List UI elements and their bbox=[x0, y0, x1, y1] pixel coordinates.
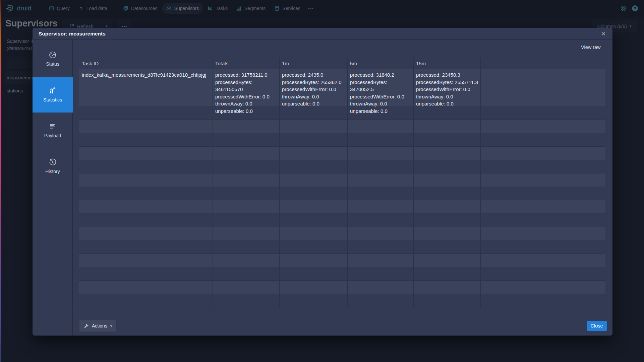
column-header-task-id: Task ID bbox=[79, 61, 99, 66]
tab-statistics[interactable]: Statistics bbox=[33, 77, 73, 113]
column-divider-line bbox=[347, 58, 348, 307]
history-clock-icon bbox=[49, 158, 57, 166]
dialog-side-tabs: Status Statistics Payload History bbox=[33, 40, 73, 336]
wrench-icon bbox=[84, 323, 89, 329]
table-row-empty bbox=[79, 120, 605, 133]
table-header-row: Task ID Totals 1m 5m 15m bbox=[79, 58, 605, 69]
status-gauge-icon bbox=[49, 51, 57, 59]
dialog-close-button[interactable]: ✕ bbox=[600, 30, 607, 38]
table-row-empty bbox=[79, 160, 605, 173]
column-header-15m: 15m bbox=[413, 61, 426, 66]
tab-label: Statistics bbox=[43, 97, 62, 102]
close-button[interactable]: Close bbox=[587, 321, 607, 331]
table-row-empty bbox=[79, 214, 605, 227]
close-icon: ✕ bbox=[601, 30, 606, 38]
column-divider-line bbox=[279, 58, 280, 307]
actions-label: Actions bbox=[92, 323, 107, 329]
screen-edge-gradient bbox=[0, 0, 1, 362]
table-row: index_kafka_measurements_d87fe91423ca010… bbox=[79, 69, 605, 106]
dialog-title: Supervisor: measurements bbox=[39, 31, 106, 37]
tab-label: Payload bbox=[44, 133, 61, 138]
payload-align-left-icon bbox=[49, 123, 57, 131]
tab-label: Status bbox=[46, 61, 59, 67]
tab-history[interactable]: History bbox=[33, 148, 73, 184]
caret-down-icon: ▾ bbox=[110, 324, 112, 328]
column-header-5m: 5m bbox=[347, 61, 357, 66]
actions-button[interactable]: Actions ▾ bbox=[79, 320, 117, 332]
tab-payload[interactable]: Payload bbox=[33, 113, 73, 148]
tab-status[interactable]: Status bbox=[33, 41, 73, 77]
table-row-empty bbox=[79, 240, 605, 254]
supervisor-dialog: Supervisor: measurements ✕ Status Statis… bbox=[33, 28, 612, 336]
statistics-table: Task ID Totals 1m 5m 15m index_kafka_mea… bbox=[79, 58, 605, 307]
column-header-totals: Totals bbox=[213, 61, 228, 66]
1m-cell: processed: 2435.0 processedBytes: 265362… bbox=[279, 71, 346, 107]
15m-cell: processed: 23450.3 processedBytes: 25557… bbox=[413, 71, 479, 107]
table-row-empty bbox=[79, 147, 605, 160]
table-row-empty bbox=[79, 187, 605, 200]
screen: druid Query Load data Datasources Superv… bbox=[0, 0, 644, 362]
table-row-empty bbox=[79, 254, 605, 267]
dialog-header: Supervisor: measurements bbox=[33, 28, 612, 40]
tab-label: History bbox=[45, 169, 60, 174]
table-row-empty bbox=[79, 200, 605, 214]
table-row-empty bbox=[79, 267, 605, 281]
table-row-empty bbox=[79, 227, 605, 240]
table-row-empty bbox=[79, 281, 605, 294]
column-divider-line bbox=[413, 58, 414, 307]
column-divider-line bbox=[213, 58, 213, 307]
statistics-chart-icon bbox=[49, 87, 57, 95]
table-row-empty bbox=[79, 106, 605, 120]
table-row-empty bbox=[79, 173, 605, 187]
task-id-cell: index_kafka_measurements_d87fe91423ca010… bbox=[79, 71, 210, 79]
column-header-1m: 1m bbox=[279, 61, 289, 66]
table-row-empty bbox=[79, 133, 605, 147]
column-divider-line bbox=[480, 58, 481, 307]
empty-rows bbox=[79, 106, 605, 307]
view-raw-link[interactable]: View raw bbox=[581, 45, 601, 50]
table-row-empty bbox=[79, 294, 605, 307]
